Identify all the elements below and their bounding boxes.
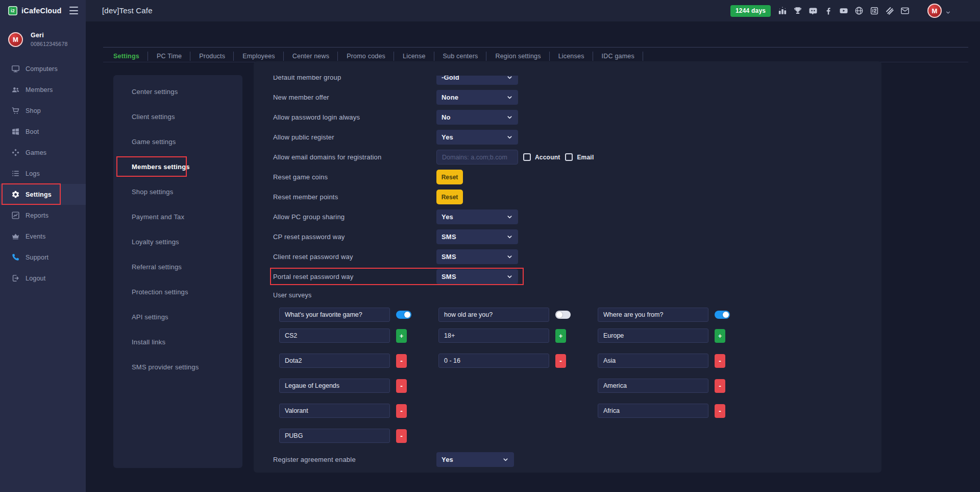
sidebar-item-computers[interactable]: Computers (0, 58, 86, 79)
survey-answer-row: - (598, 354, 725, 368)
user-avatar[interactable]: M (927, 4, 942, 18)
settings-menu-client-settings[interactable]: Client settings (113, 104, 242, 129)
allow-pc-group-sharing-select[interactable]: Yes (436, 209, 518, 224)
survey-answer-input[interactable] (438, 329, 549, 343)
survey-enabled-toggle[interactable] (715, 311, 730, 319)
icafecloud-icon[interactable] (870, 6, 879, 15)
email-checkbox[interactable] (565, 153, 573, 161)
survey-question-row (279, 308, 407, 322)
sidebar-item-logout[interactable]: Logout (0, 268, 86, 289)
survey-question-input[interactable] (438, 308, 549, 322)
survey-answer-input[interactable] (279, 379, 390, 393)
sidebar-item-members[interactable]: Members (0, 79, 86, 100)
sidebar-item-games[interactable]: Games (0, 142, 86, 163)
remove-answer-button[interactable]: - (396, 379, 407, 393)
register-agreement-select[interactable]: Yes (436, 452, 514, 467)
add-answer-button[interactable]: + (555, 329, 566, 343)
sidebar-item-shop[interactable]: Shop (0, 100, 86, 121)
cp-reset-password-way-select[interactable]: SMS (436, 229, 518, 244)
portal-reset-password-way-select[interactable]: SMS (436, 269, 518, 284)
sidebar-item-support[interactable]: Support (0, 247, 86, 268)
select-value: None (442, 93, 458, 101)
hamburger-menu-icon[interactable] (69, 7, 78, 14)
menu-item-label: Install links (132, 338, 165, 346)
sidebar-user-block: M Geri 008612345678 (8, 32, 67, 47)
trophy-icon[interactable] (793, 6, 802, 15)
settings-menu-api-settings[interactable]: API settings (113, 304, 242, 330)
survey-question-input[interactable] (279, 308, 390, 322)
sidebar-item-events[interactable]: Events (0, 226, 86, 247)
layers-icon[interactable] (885, 6, 894, 15)
survey-answer-input[interactable] (279, 404, 390, 418)
settings-menu-shop-settings[interactable]: Shop settings (113, 179, 242, 204)
ranking-icon[interactable] (778, 6, 787, 15)
select-value: SMS (442, 253, 456, 261)
globe-icon[interactable] (854, 6, 864, 15)
add-answer-button[interactable]: + (396, 329, 407, 343)
add-answer-button[interactable]: + (715, 329, 725, 343)
remove-answer-button[interactable]: - (555, 354, 566, 368)
user-surveys-label: User surveys (273, 290, 881, 300)
settings-menu-protection-settings[interactable]: Protection settings (113, 279, 242, 304)
field-label: Default member group (273, 76, 436, 81)
facebook-icon[interactable] (824, 6, 833, 15)
allow-password-login-always-select[interactable]: No (436, 110, 518, 125)
sidebar-item-boot[interactable]: Boot (0, 121, 86, 142)
remove-answer-button[interactable]: - (715, 354, 725, 368)
brand-name: iCafeCloud (21, 7, 62, 15)
survey-answer-input[interactable] (279, 354, 390, 368)
settings-menu-sms-provider-settings[interactable]: SMS provider settings (113, 355, 242, 380)
settings-menu-install-links[interactable]: Install links (113, 330, 242, 355)
email-domains-input[interactable] (436, 150, 518, 165)
remove-answer-button[interactable]: - (396, 429, 407, 443)
settings-menu-members-settings[interactable]: Members settings (113, 154, 242, 179)
avatar: M (8, 32, 23, 47)
sidebar-item-settings[interactable]: Settings (0, 184, 86, 205)
survey-answer-row: - (598, 404, 725, 418)
tab-settings[interactable]: Settings (105, 49, 148, 63)
new-member-offer-select[interactable]: None (436, 90, 518, 105)
settings-menu-loyalty-settings[interactable]: Loyalty settings (113, 229, 242, 254)
discord-icon[interactable] (808, 6, 818, 15)
survey-answer-row: - (279, 404, 407, 418)
reset-game-coins-button[interactable]: Reset (436, 170, 463, 184)
reset-member-points-button[interactable]: Reset (436, 190, 463, 204)
remove-answer-button[interactable]: - (715, 404, 725, 418)
menu-item-label: Loyalty settings (132, 238, 179, 246)
client-reset-password-way-select[interactable]: SMS (436, 249, 518, 264)
survey-answer-input[interactable] (438, 354, 549, 368)
chevron-down-icon[interactable] (945, 8, 951, 14)
settings-menu-game-settings[interactable]: Game settings (113, 129, 242, 154)
sidebar-item-label: Shop (26, 107, 41, 114)
default-member-group-select[interactable]: -Gold (436, 76, 518, 85)
settings-menu-referral-settings[interactable]: Referral settings (113, 254, 242, 279)
survey-answer-input[interactable] (598, 379, 708, 393)
survey-enabled-toggle[interactable] (555, 311, 571, 319)
mail-icon[interactable] (900, 6, 910, 15)
checkbox-label: Account (535, 154, 560, 161)
chevron-down-icon (506, 76, 513, 81)
toggle-knob (723, 312, 729, 318)
remove-answer-button[interactable]: - (396, 404, 407, 418)
sidebar-item-reports[interactable]: Reports (0, 205, 86, 226)
survey-answer-input[interactable] (598, 329, 708, 343)
settings-menu-center-settings[interactable]: Center settings (113, 79, 242, 104)
survey-answer-input[interactable] (279, 329, 390, 343)
allow-public-register-select[interactable]: Yes (436, 130, 518, 145)
survey-enabled-toggle[interactable] (396, 311, 411, 319)
days-remaining-badge[interactable]: 1244 days (730, 5, 771, 17)
survey-answer-input[interactable] (598, 404, 708, 418)
youtube-icon[interactable] (839, 6, 848, 15)
remove-answer-button[interactable]: - (715, 379, 725, 393)
survey-answer-input[interactable] (279, 429, 390, 443)
tab-products[interactable]: Products (190, 49, 234, 63)
survey-question-input[interactable] (598, 308, 708, 322)
account-checkbox[interactable] (523, 153, 531, 161)
survey-answer-input[interactable] (598, 354, 708, 368)
tab-pc-time[interactable]: PC Time (148, 49, 190, 63)
menu-item-label: Payment and Tax (132, 213, 184, 221)
chart-icon (11, 211, 20, 220)
remove-answer-button[interactable]: - (396, 354, 407, 368)
sidebar-item-logs[interactable]: Logs (0, 163, 86, 184)
settings-menu-payment-and-tax[interactable]: Payment and Tax (113, 204, 242, 229)
